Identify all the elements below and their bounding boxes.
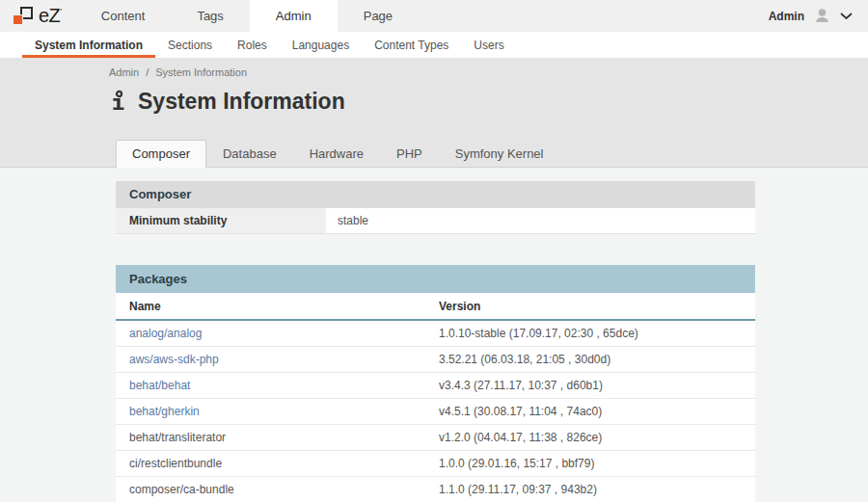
package-name: behat/transliterator bbox=[116, 425, 439, 450]
ez-logo-icon bbox=[13, 6, 33, 26]
column-header-version: Version bbox=[439, 293, 755, 319]
package-version: 1.0.10-stable (17.09.17, 02:30 , 65dce) bbox=[439, 321, 755, 346]
package-name[interactable]: analog/analog bbox=[116, 321, 439, 346]
table-row: Minimum stability stable bbox=[116, 208, 755, 234]
ez-logo[interactable]: eZ bbox=[0, 0, 75, 32]
subnav-item-languages[interactable]: Languages bbox=[280, 32, 362, 58]
breadcrumb-separator: / bbox=[146, 66, 149, 78]
package-version: 1.0.0 (29.01.16, 15:17 , bbf79) bbox=[439, 451, 755, 476]
breadcrumb-item-current: System Information bbox=[155, 66, 247, 78]
table-row: composer/ca-bundle 1.1.0 (29.11.17, 09:3… bbox=[116, 477, 755, 502]
composer-table: Composer Minimum stability stable bbox=[116, 181, 755, 234]
admin-sub-nav: System Information Sections Roles Langua… bbox=[0, 32, 868, 58]
top-navigation-bar: eZ Content Tags Admin Page Admin bbox=[0, 0, 868, 32]
chevron-down-icon bbox=[840, 12, 853, 20]
info-icon bbox=[110, 90, 126, 114]
subnav-item-content-types[interactable]: Content Types bbox=[362, 32, 461, 58]
package-version: v1.2.0 (04.04.17, 11:38 , 826ce) bbox=[439, 425, 755, 450]
nav-item-content[interactable]: Content bbox=[75, 0, 172, 32]
table-row: behat/gherkin v4.5.1 (30.08.17, 11:04 , … bbox=[116, 399, 755, 425]
packages-column-headers: Name Version bbox=[116, 293, 755, 321]
table-row: aws/aws-sdk-php 3.52.21 (06.03.18, 21:05… bbox=[116, 347, 755, 373]
logo-orange-square bbox=[13, 14, 23, 25]
table-row: behat/behat v3.4.3 (27.11.17, 10:37 , d6… bbox=[116, 373, 755, 399]
tab-content-composer: Composer Minimum stability stable Packag… bbox=[0, 168, 868, 502]
user-avatar-icon bbox=[812, 6, 832, 26]
table-row: analog/analog 1.0.10-stable (17.09.17, 0… bbox=[116, 321, 755, 347]
table-row: ci/restclientbundle 1.0.0 (29.01.16, 15:… bbox=[116, 451, 755, 477]
main-nav: Content Tags Admin Page bbox=[75, 0, 419, 32]
page-header: Admin / System Information System Inform… bbox=[0, 58, 868, 168]
breadcrumb-item-admin[interactable]: Admin bbox=[109, 66, 139, 78]
subnav-item-system-information[interactable]: System Information bbox=[22, 32, 155, 58]
subnav-item-users[interactable]: Users bbox=[461, 32, 516, 58]
page-title: System Information bbox=[138, 89, 345, 115]
packages-table-body: analog/analog 1.0.10-stable (17.09.17, 0… bbox=[116, 321, 755, 502]
composer-table-header: Composer bbox=[116, 181, 755, 208]
package-name[interactable]: aws/aws-sdk-php bbox=[116, 347, 439, 372]
package-name[interactable]: behat/behat bbox=[116, 373, 439, 398]
package-version: v4.5.1 (30.08.17, 11:04 , 74ac0) bbox=[439, 399, 755, 424]
nav-item-admin[interactable]: Admin bbox=[250, 0, 338, 32]
nav-item-page[interactable]: Page bbox=[338, 0, 419, 32]
package-version: 1.1.0 (29.11.17, 09:37 , 943b2) bbox=[439, 477, 755, 502]
tab-php[interactable]: PHP bbox=[380, 140, 439, 168]
title-row: System Information bbox=[110, 89, 868, 115]
packages-table: Packages Name Version analog/analog 1.0.… bbox=[116, 265, 755, 502]
package-name[interactable]: behat/gherkin bbox=[116, 399, 439, 424]
user-name-label: Admin bbox=[769, 10, 804, 23]
package-name: composer/ca-bundle bbox=[116, 477, 439, 502]
tab-hardware[interactable]: Hardware bbox=[293, 140, 380, 168]
logo-text: eZ bbox=[39, 5, 62, 27]
tab-composer[interactable]: Composer bbox=[116, 140, 206, 168]
tab-bar: Composer Database Hardware PHP Symfony K… bbox=[116, 140, 559, 168]
user-menu[interactable]: Admin bbox=[769, 0, 868, 32]
breadcrumb: Admin / System Information bbox=[0, 58, 868, 78]
subnav-item-sections[interactable]: Sections bbox=[155, 32, 225, 58]
composer-row-label: Minimum stability bbox=[116, 208, 326, 233]
column-header-name: Name bbox=[116, 293, 439, 319]
composer-row-value: stable bbox=[326, 208, 755, 233]
subnav-item-roles[interactable]: Roles bbox=[225, 32, 280, 58]
package-name: ci/restclientbundle bbox=[116, 451, 439, 476]
tab-database[interactable]: Database bbox=[206, 140, 293, 168]
tab-symfony-kernel[interactable]: Symfony Kernel bbox=[439, 140, 560, 168]
package-version: v3.4.3 (27.11.17, 10:37 , d60b1) bbox=[439, 373, 755, 398]
nav-item-tags[interactable]: Tags bbox=[171, 0, 249, 32]
packages-table-header: Packages bbox=[116, 265, 755, 293]
table-row: behat/transliterator v1.2.0 (04.04.17, 1… bbox=[116, 425, 755, 451]
package-version: 3.52.21 (06.03.18, 21:05 , 30d0d) bbox=[439, 347, 755, 372]
